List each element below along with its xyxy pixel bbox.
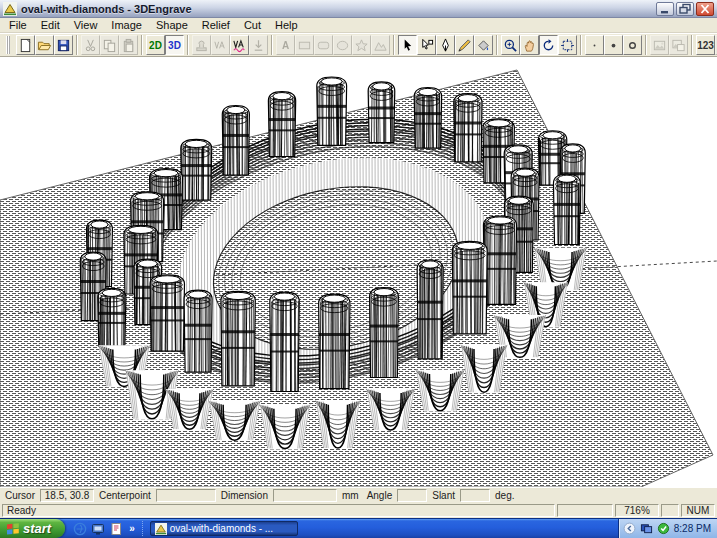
app-triangle-icon[interactable] <box>3 2 17 16</box>
menu-file[interactable]: File <box>2 18 34 33</box>
pencil-icon <box>457 38 472 53</box>
toolpath-sim-button[interactable] <box>230 35 249 55</box>
view-3d-button-label: 3D <box>168 40 181 51</box>
internet-explorer-icon[interactable] <box>73 522 87 536</box>
engrave-button[interactable] <box>192 35 211 55</box>
rotate-view-button[interactable] <box>539 35 558 55</box>
display-settings-tray-icon[interactable] <box>640 522 653 535</box>
titlebar: oval-with-diamonds - 3DEngrave <box>0 0 717 18</box>
minimize-button[interactable] <box>656 2 674 16</box>
relief-3d-canvas[interactable] <box>0 57 717 487</box>
fit-icon <box>560 38 575 53</box>
roundrect-tool-button[interactable] <box>314 35 333 55</box>
menu-shape[interactable]: Shape <box>149 18 195 33</box>
cursor-value: 18.5, 30.8 <box>40 489 94 502</box>
app-triangle-icon-small <box>155 523 167 535</box>
dimension-numbers-button[interactable]: 123 <box>696 35 715 55</box>
angle-value <box>397 489 427 502</box>
close-button[interactable] <box>696 2 714 16</box>
hide-tray-icons-chevron[interactable] <box>623 522 636 535</box>
poly-icon <box>373 38 388 53</box>
point-size-medium-button[interactable] <box>604 35 623 55</box>
select-tool-button[interactable] <box>398 35 417 55</box>
menu-image[interactable]: Image <box>104 18 149 33</box>
fill-tool-button[interactable] <box>474 35 493 55</box>
statusbar-empty-panel-1 <box>557 504 613 517</box>
menu-relief[interactable]: Relief <box>195 18 237 33</box>
point-size-small-button[interactable] <box>585 35 604 55</box>
toolbar-separator <box>393 35 395 55</box>
toolbar-drag-handle[interactable] <box>6 36 10 54</box>
node-edit-tool-button[interactable] <box>417 35 436 55</box>
open-button[interactable] <box>35 35 54 55</box>
menu-edit[interactable]: Edit <box>34 18 67 33</box>
quick-launch: » <box>65 519 141 538</box>
zoom-tool-button[interactable] <box>501 35 520 55</box>
angle-label: Angle <box>364 490 396 501</box>
toolbar-separator <box>691 35 693 55</box>
polygon-tool-button[interactable] <box>371 35 390 55</box>
bucket-icon <box>476 38 491 53</box>
fit-view-button[interactable] <box>558 35 577 55</box>
centerpoint-label: Centerpoint <box>96 490 154 501</box>
toolbar-separator <box>645 35 647 55</box>
system-tray: 8:28 PM <box>618 519 717 538</box>
apply-down-button[interactable] <box>249 35 268 55</box>
pen-tool-button[interactable] <box>436 35 455 55</box>
quick-launch-overflow-chevron[interactable]: » <box>127 523 137 534</box>
relief-3d-viewport <box>0 57 717 487</box>
dimension-value <box>273 489 337 502</box>
toolbar-separator <box>187 35 189 55</box>
copy-button[interactable] <box>100 35 119 55</box>
menu-view[interactable]: View <box>67 18 105 33</box>
num-lock-indicator: NUM <box>681 504 715 517</box>
toolbar-separator <box>580 35 582 55</box>
desktop-screen: oval-with-diamonds - 3DEngrave FileEditV… <box>0 0 717 538</box>
statusbar-empty-panel-2 <box>661 504 679 517</box>
dimension-label: Dimension <box>218 490 271 501</box>
view-2d-button-label: 2D <box>149 40 162 51</box>
pan-tool-button[interactable] <box>520 35 539 55</box>
rect-tool-button[interactable] <box>295 35 314 55</box>
va2-icon <box>232 38 247 53</box>
outline-sim-button[interactable] <box>211 35 230 55</box>
antivirus-tray-icon[interactable] <box>657 522 670 535</box>
stamp-icon <box>194 38 209 53</box>
restore-button[interactable] <box>676 2 694 16</box>
clock[interactable]: 8:28 PM <box>674 523 711 534</box>
taskbar-window-button[interactable]: oval-with-diamonds - ... <box>150 521 298 536</box>
img-icon <box>652 38 667 53</box>
star-tool-button[interactable] <box>352 35 371 55</box>
text-tool-button[interactable]: A <box>276 35 295 55</box>
paste-button[interactable] <box>119 35 138 55</box>
menu-cut[interactable]: Cut <box>237 18 268 33</box>
pencil-tool-button[interactable] <box>455 35 474 55</box>
view-3d-button[interactable]: 3D <box>165 35 184 55</box>
star-icon <box>354 38 369 53</box>
start-button[interactable]: start <box>0 519 65 538</box>
ellipse-tool-button[interactable] <box>333 35 352 55</box>
document-app-icon[interactable] <box>109 522 123 536</box>
view-2d-button[interactable]: 2D <box>146 35 165 55</box>
down-icon <box>251 38 266 53</box>
image-option-button-1[interactable] <box>650 35 669 55</box>
deg-label: deg. <box>492 490 517 501</box>
new-button[interactable] <box>16 35 35 55</box>
image-option-button-2[interactable] <box>669 35 688 55</box>
slant-value <box>460 489 490 502</box>
cut-button[interactable] <box>81 35 100 55</box>
va-icon <box>213 38 228 53</box>
save-button[interactable] <box>54 35 73 55</box>
menu-help[interactable]: Help <box>268 18 305 33</box>
toolbar-separator <box>141 35 143 55</box>
centerpoint-value <box>156 489 216 502</box>
roundrect-icon <box>316 38 331 53</box>
cursor-label: Cursor <box>2 490 38 501</box>
statusbar-message-row: Ready 716% NUM <box>0 503 717 518</box>
point-size-large-button[interactable] <box>623 35 642 55</box>
new-icon <box>18 38 33 53</box>
unit-label: mm <box>339 490 362 501</box>
text-tool-button-label: A <box>282 40 289 51</box>
start-label: start <box>23 521 51 536</box>
show-desktop-icon[interactable] <box>91 522 105 536</box>
